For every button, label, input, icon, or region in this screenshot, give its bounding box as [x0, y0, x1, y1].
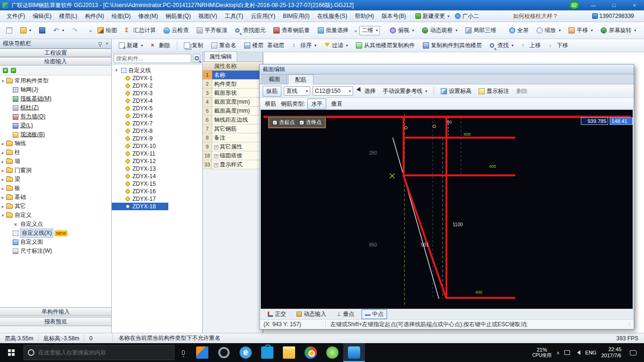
component-item-selected[interactable]: ZDYX-18 — [112, 203, 168, 210]
open-file-button[interactable]: ▾ — [17, 25, 34, 35]
tree-folder-opening[interactable]: ▸门窗洞 — [0, 166, 111, 175]
property-row[interactable]: 3截面形状 — [203, 89, 263, 98]
transverse-rebar-button[interactable]: 横筋 — [263, 99, 279, 109]
sort-button[interactable]: ↕排序▾ — [289, 40, 320, 51]
redo-button[interactable]: ↷ — [69, 25, 82, 35]
menu-component[interactable]: 构件(N) — [81, 11, 108, 22]
copy-to-other-floor-button[interactable]: 复制构件到其他楼层 — [420, 40, 485, 51]
undo-button[interactable]: ↶▾ — [50, 25, 67, 35]
include-end-checkbox[interactable]: ✓含终点 — [299, 119, 322, 126]
taskbar-app-ggj-active[interactable] — [343, 343, 365, 362]
component-item[interactable]: ZDYX-2 — [112, 82, 202, 90]
taskbar-app-green-browser[interactable] — [322, 343, 343, 362]
floor-selector[interactable]: 楼层基础层 — [241, 40, 288, 51]
tree-folder-beam[interactable]: ▸梁 — [0, 175, 111, 184]
action-center-button[interactable] — [626, 350, 640, 355]
expand-plus-icon[interactable]: + — [214, 163, 218, 167]
network-icon[interactable] — [564, 350, 570, 355]
expand-all-icon[interactable]: + — [3, 68, 8, 73]
taskbar-app-chrome[interactable] — [300, 343, 322, 362]
menu-version[interactable]: 版本号(B) — [378, 11, 410, 22]
caret-collapsed-icon[interactable]: ▸ — [0, 186, 6, 191]
single-component-button[interactable]: 单构件输入 — [0, 307, 111, 316]
set-elevation-button[interactable]: 设置标高 — [438, 86, 474, 96]
collapse-all-icon[interactable]: − — [11, 68, 16, 73]
tree-item-frame-column[interactable]: 框柱(Z) — [0, 103, 111, 112]
tree-item-beam[interactable]: 梁(L) — [0, 121, 111, 130]
notification-badge[interactable]: 62 — [569, 1, 579, 9]
language-indicator[interactable]: ENG — [585, 350, 596, 355]
tree-item-shear-wall[interactable]: 剪力墙(Q) — [0, 112, 111, 121]
tree-item-axis-grid[interactable]: 轴网(J) — [0, 85, 111, 94]
property-row[interactable]: 1名称 — [203, 71, 263, 80]
report-preview-button[interactable]: 报表预览 — [0, 317, 111, 326]
component-item[interactable]: ZDYX-11 — [112, 150, 202, 157]
component-search-input[interactable] — [114, 54, 191, 63]
component-item[interactable]: ZDYX-9 — [112, 135, 202, 142]
ortho-toggle[interactable]: 正交 — [264, 309, 289, 319]
clock[interactable]: 22:452017/7/6 — [601, 346, 621, 359]
component-item[interactable]: ZDYX-6 — [112, 112, 202, 120]
show-annotation-button[interactable]: 显示标注 — [476, 86, 512, 96]
volume-icon[interactable] — [575, 350, 580, 355]
dynamic-observe-button[interactable]: 动态观察▾ — [419, 25, 461, 36]
component-item[interactable]: ZDYX-17 — [112, 195, 202, 203]
tree-item-custom-face[interactable]: 自定义面 — [0, 238, 111, 247]
longitudinal-rebar-toggle[interactable]: 纵筋 — [263, 86, 281, 97]
component-item[interactable]: ZDYX-3 — [112, 90, 202, 97]
tab-property-edit[interactable]: 属性编辑 — [204, 51, 237, 61]
top-view-button[interactable]: 俯视▾ — [387, 25, 417, 36]
component-item[interactable]: ZDYX-1 — [112, 74, 202, 82]
tree-item-custom-line[interactable]: 自定义线(X)NEW — [0, 229, 111, 238]
tree-folder-other[interactable]: ▸其它 — [0, 202, 111, 211]
caret-collapsed-icon[interactable]: ▸ — [0, 204, 6, 209]
component-item[interactable]: ZDYX-5 — [112, 105, 202, 112]
taskbar-search-input[interactable] — [38, 349, 170, 356]
new-file-button[interactable] — [3, 25, 16, 35]
filter-button[interactable]: 过滤▾ — [321, 40, 351, 51]
taskbar-app-sogou[interactable] — [191, 343, 213, 362]
menu-help[interactable]: 帮助(H) — [351, 11, 378, 22]
tray-expand-icon[interactable]: ∧ — [556, 350, 560, 355]
menu-draw[interactable]: 绘图(D) — [108, 11, 135, 22]
vertical-button[interactable]: 垂直 — [329, 99, 345, 109]
delete-component-button[interactable]: ×删除 — [148, 40, 173, 51]
component-group-header[interactable]: ▾自定义线 — [114, 66, 202, 74]
rebar-spec-combobox[interactable]: C12@150▾ — [313, 86, 353, 96]
expand-plus-icon[interactable]: + — [214, 154, 218, 158]
caret-collapsed-icon[interactable]: ▸ — [0, 141, 6, 146]
tree-item-raft-foundation[interactable]: 筏板基础(M) — [0, 94, 111, 103]
assistant-menu[interactable]: 广小二 — [452, 11, 482, 21]
dynamic-input-y[interactable]: 148.41 — [610, 117, 633, 125]
tree-item-dimension[interactable]: 尺寸标注(W) — [0, 247, 111, 255]
property-row[interactable]: 8备注 — [203, 133, 263, 142]
caret-collapsed-icon[interactable]: ▸ — [0, 168, 6, 173]
taskbar-search[interactable] — [24, 345, 174, 360]
taskbar-app-edge[interactable]: e — [235, 343, 256, 362]
mic-button[interactable] — [175, 343, 191, 362]
menu-bim[interactable]: BIM应用(I) — [279, 11, 314, 22]
delete-rebar-button[interactable]: 删除 — [514, 86, 530, 96]
pan-button[interactable]: 平移▾ — [565, 25, 596, 36]
property-group-row[interactable]: 18+锚固搭接 — [203, 151, 263, 160]
caret-collapsed-icon[interactable]: ▸ — [0, 150, 6, 155]
dynamic-input-x[interactable]: 939.785 — [581, 117, 608, 125]
taskbar-app-explorer[interactable] — [278, 343, 300, 362]
move-down-button[interactable]: ↓下移 — [545, 40, 571, 51]
property-row[interactable]: 4截面宽度(mm) — [203, 98, 263, 107]
copy-component-button[interactable]: 复制 — [181, 40, 206, 51]
menu-view[interactable]: 视图(V) — [195, 11, 221, 22]
horizontal-toggle[interactable]: 水平 — [307, 99, 326, 109]
section-canvas[interactable]: ✓含起点 ✓含终点 939.785 148.41 50 400 400 400 — [261, 110, 633, 309]
midpoint-snap-toggle[interactable]: 中点 — [362, 309, 387, 319]
save-button[interactable] — [36, 25, 49, 35]
help-question-link[interactable]: 如何校核柱大样？ — [510, 11, 561, 21]
tab-rebar[interactable]: 配筋 — [288, 74, 314, 84]
batch-select-button[interactable]: 批量选择 — [314, 25, 352, 36]
select-tool-button[interactable]: 选择 — [355, 86, 378, 96]
component-item[interactable]: ZDYX-4 — [112, 97, 202, 105]
close-button[interactable]: × — [627, 2, 642, 8]
summary-calc-button[interactable]: Σ汇总计算 — [122, 25, 159, 36]
cloud-check-button[interactable]: 云检查 — [160, 25, 192, 36]
tree-item-cast-slab[interactable]: 现浇板(B) — [0, 130, 111, 139]
